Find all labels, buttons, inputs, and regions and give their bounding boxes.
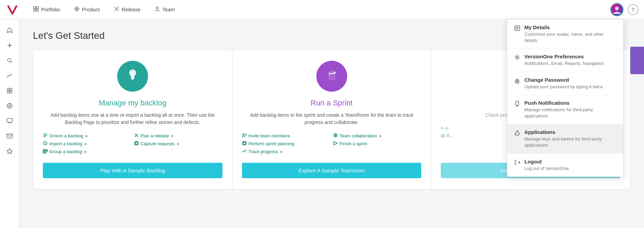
link-group-backlog[interactable]: Group a backlog ▶: [43, 149, 131, 155]
nav-team[interactable]: Team: [149, 3, 181, 16]
groom-backlog-label: Groom a backlog: [49, 133, 83, 138]
preferences-icon: [514, 54, 520, 62]
invite-members-label: Invite team members: [248, 133, 290, 138]
link-invite-members[interactable]: Invite team members: [242, 133, 330, 139]
top-nav: Portfolio Product Release: [0, 0, 644, 19]
svg-point-8: [156, 7, 158, 9]
link-import-backlog[interactable]: Import a backlog ▶: [43, 141, 131, 147]
backlog-icon: [125, 67, 140, 86]
user-dropdown: My Details Customize your avatar, name, …: [507, 19, 623, 177]
logout-icon: [514, 159, 520, 167]
svg-rect-51: [516, 101, 519, 105]
my-details-icon: [514, 25, 520, 33]
group-video-icon: ▶: [84, 150, 87, 153]
svg-point-13: [8, 58, 11, 62]
card-sprint: Run a Sprint Add backlog items to the sp…: [232, 50, 432, 189]
backlog-title: Manage my backlog: [99, 99, 166, 107]
push-notifications-icon: [514, 101, 520, 108]
logout-content: Logout Log out of VersionOne: [524, 159, 569, 172]
team-icon: [154, 6, 160, 13]
b-label: B...: [447, 133, 453, 138]
link-team-collab[interactable]: Team collaboration ▶: [333, 133, 422, 139]
dropdown-push-notifications[interactable]: Push Notifications Manage notifications …: [507, 95, 623, 124]
a-label: A...: [445, 126, 452, 131]
sidebar-search[interactable]: [3, 54, 16, 67]
sprint-cta-button[interactable]: Explore A Sample Teamroom: [242, 163, 422, 178]
app-logo[interactable]: [5, 3, 19, 16]
dropdown-my-details[interactable]: My Details Customize your avatar, name, …: [507, 20, 623, 49]
backlog-cta-button[interactable]: Play With A Sample Backlog: [43, 163, 222, 178]
my-details-desc: Customize your avatar, name, and other d…: [524, 31, 616, 44]
svg-rect-23: [131, 78, 134, 79]
sidebar-message[interactable]: [3, 129, 16, 143]
nav-portfolio-label: Portfolio: [41, 7, 60, 12]
track-icon: [242, 149, 247, 155]
svg-rect-34: [43, 151, 47, 152]
link-sprint-planning[interactable]: Perform sprint planning: [242, 141, 330, 147]
push-notifications-content: Push Notifications Manage notifications …: [524, 100, 616, 119]
applications-title: Applications: [524, 129, 616, 135]
dropdown-logout[interactable]: Logout Log out of VersionOne: [507, 154, 623, 176]
sidebar-star[interactable]: [3, 144, 16, 158]
team-collab-video-icon: ▶: [379, 134, 382, 138]
link-track-progress[interactable]: Track progress ▶: [242, 149, 330, 155]
sidebar-sports[interactable]: [3, 99, 16, 113]
nav-portfolio[interactable]: Portfolio: [27, 3, 65, 16]
invite-icon: [242, 133, 247, 139]
push-notifications-title: Push Notifications: [524, 100, 616, 106]
sprint-plan-icon: [242, 141, 247, 147]
link-capture-requests[interactable]: Capture requests ▶: [134, 141, 222, 147]
svg-rect-15: [7, 88, 9, 90]
push-notifications-desc: Manage notifications for third-party app…: [524, 107, 616, 119]
link-finish-sprint[interactable]: Finish a sprint: [333, 141, 422, 147]
sidebar-grid[interactable]: [3, 84, 16, 98]
team-collab-icon: [333, 133, 338, 139]
my-details-title: My Details: [524, 24, 616, 30]
import-icon: [43, 141, 48, 147]
nav-release[interactable]: Release: [108, 3, 146, 16]
svg-rect-1: [34, 7, 36, 9]
capture-video-icon: ▶: [177, 142, 180, 146]
nav-team-label: Team: [162, 7, 175, 12]
nav-items: Portfolio Product Release: [27, 3, 610, 16]
sprint-icon: [324, 67, 339, 86]
svg-point-10: [615, 7, 619, 10]
card-backlog: Manage my backlog Add backlog items one …: [33, 50, 232, 189]
applications-desc: Manage keys and tokens for third-party a…: [524, 136, 616, 148]
purple-edge-button: [630, 47, 644, 74]
change-password-title: Change Password: [524, 77, 603, 83]
nav-product[interactable]: Product: [68, 3, 105, 16]
sidebar-analytics[interactable]: [3, 69, 16, 82]
portfolio-icon: [33, 6, 39, 13]
sidebar: [0, 19, 19, 228]
link-plan-release[interactable]: Plan a release ▶: [134, 133, 222, 139]
help-button[interactable]: ?: [628, 4, 639, 15]
sidebar-chat[interactable]: [3, 114, 16, 128]
svg-rect-20: [7, 118, 12, 122]
product-icon: [74, 6, 80, 13]
svg-point-30: [44, 141, 47, 145]
link-groom-backlog[interactable]: Groom a backlog ▶: [43, 133, 131, 139]
sidebar-home[interactable]: [3, 23, 16, 37]
dropdown-preferences[interactable]: VersionOne Preferences Notifications, Em…: [507, 49, 623, 72]
groom-icon: [43, 133, 48, 139]
dropdown-change-password[interactable]: Change Password Update your password by …: [507, 72, 623, 95]
sidebar-add[interactable]: [3, 38, 16, 52]
svg-rect-35: [43, 152, 46, 153]
my-details-content: My Details Customize your avatar, name, …: [524, 24, 616, 44]
backlog-description: Add backlog items one at a time or impor…: [43, 112, 222, 126]
track-progress-label: Track progress: [248, 149, 278, 154]
svg-rect-17: [7, 91, 9, 93]
applications-content: Applications Manage keys and tokens for …: [524, 129, 616, 148]
change-password-content: Change Password Update your password by …: [524, 77, 603, 90]
finish-sprint-icon: [333, 141, 338, 147]
svg-rect-32: [135, 142, 137, 144]
plan-release-label: Plan a release: [141, 133, 169, 138]
svg-point-36: [243, 134, 244, 136]
dropdown-applications[interactable]: Applications Manage keys and tokens for …: [507, 124, 623, 153]
group-icon: [43, 149, 48, 155]
user-avatar[interactable]: [610, 3, 623, 16]
a-icon: ≡: [441, 126, 443, 131]
svg-rect-18: [10, 91, 12, 93]
svg-point-48: [517, 57, 518, 58]
